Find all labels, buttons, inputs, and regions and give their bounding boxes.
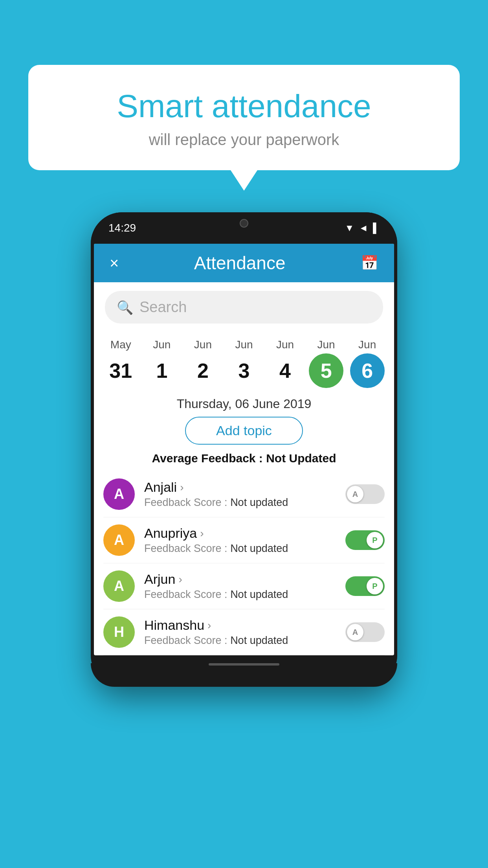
toggle-knob: P: [367, 578, 383, 594]
toggle-switch[interactable]: A: [345, 484, 385, 504]
chevron-right-icon: ›: [180, 481, 183, 494]
notch-camera: [240, 219, 248, 228]
attendance-toggle[interactable]: P: [345, 576, 385, 596]
attendance-toggle[interactable]: A: [345, 622, 385, 642]
feedback-value: Not updated: [230, 497, 288, 508]
selected-date: Thursday, 06 June 2019: [94, 397, 394, 411]
add-topic-button[interactable]: Add topic: [185, 417, 303, 445]
student-info: Himanshu ›Feedback Score : Not updated: [144, 618, 336, 647]
calendar-day[interactable]: Jun6: [350, 338, 385, 388]
phone-container: 14:29 ▼ ◄ ▌ × Attendance 📅 🔍 Search May3…: [91, 212, 397, 687]
toggle-switch[interactable]: P: [345, 530, 385, 550]
student-info: Anupriya ›Feedback Score : Not updated: [144, 526, 336, 555]
battery-icon: ▌: [373, 223, 380, 234]
phone-bottom: [91, 663, 397, 687]
attendance-toggle[interactable]: A: [345, 484, 385, 504]
student-name: Anupriya ›: [144, 526, 336, 541]
toggle-switch[interactable]: A: [345, 622, 385, 642]
avatar: A: [103, 478, 135, 510]
avg-feedback-value: Not Updated: [266, 452, 336, 465]
speech-bubble: Smart attendance will replace your paper…: [28, 65, 460, 170]
signal-icon: ◄: [359, 223, 368, 234]
student-item[interactable]: AArjun ›Feedback Score : Not updatedP: [103, 563, 385, 609]
phone-notch: [216, 212, 272, 234]
cal-date-number: 2: [185, 353, 220, 388]
cal-date-number: 6: [350, 353, 385, 388]
chevron-right-icon: ›: [200, 527, 204, 540]
student-feedback: Feedback Score : Not updated: [144, 497, 336, 509]
calendar-day[interactable]: Jun2: [185, 338, 220, 388]
close-button[interactable]: ×: [110, 254, 119, 272]
cal-date-number: 3: [227, 353, 261, 388]
student-feedback: Feedback Score : Not updated: [144, 542, 336, 555]
student-name: Arjun ›: [144, 572, 336, 587]
student-feedback: Feedback Score : Not updated: [144, 588, 336, 601]
chevron-right-icon: ›: [178, 573, 182, 586]
cal-date-number: 31: [103, 353, 138, 388]
cal-month-label: May: [110, 338, 131, 351]
student-list: AAnjali ›Feedback Score : Not updatedAAA…: [94, 471, 394, 655]
cal-month-label: Jun: [153, 338, 171, 351]
feedback-value: Not updated: [230, 588, 288, 600]
home-indicator: [209, 663, 279, 666]
avg-feedback-label: Average Feedback :: [152, 452, 262, 465]
feedback-value: Not updated: [230, 542, 288, 554]
cal-month-label: Jun: [235, 338, 253, 351]
cal-date-number: 4: [268, 353, 303, 388]
student-item[interactable]: AAnupriya ›Feedback Score : Not updatedP: [103, 517, 385, 563]
student-info: Arjun ›Feedback Score : Not updated: [144, 572, 336, 601]
student-name: Anjali ›: [144, 480, 336, 495]
avatar: H: [103, 616, 135, 648]
wifi-icon: ▼: [345, 223, 354, 234]
avg-feedback: Average Feedback : Not Updated: [94, 452, 394, 465]
toggle-knob: P: [367, 532, 383, 548]
bubble-title: Smart attendance: [52, 88, 436, 124]
search-input[interactable]: Search: [139, 299, 187, 316]
toggle-knob: A: [347, 624, 363, 640]
status-icons: ▼ ◄ ▌: [345, 223, 380, 234]
cal-date-number: 1: [145, 353, 179, 388]
app-title: Attendance: [194, 252, 286, 274]
cal-month-label: Jun: [194, 338, 212, 351]
student-item[interactable]: AAnjali ›Feedback Score : Not updatedA: [103, 471, 385, 517]
toggle-knob: A: [347, 486, 363, 502]
calendar-button[interactable]: 📅: [361, 255, 378, 271]
calendar-day[interactable]: Jun5: [309, 338, 343, 388]
avatar: A: [103, 524, 135, 556]
phone-shell: 14:29 ▼ ◄ ▌ × Attendance 📅 🔍 Search May3…: [91, 212, 397, 687]
calendar-day[interactable]: Jun3: [227, 338, 261, 388]
cal-month-label: Jun: [276, 338, 294, 351]
bubble-subtitle: will replace your paperwork: [52, 131, 436, 149]
cal-month-label: Jun: [358, 338, 376, 351]
cal-date-number: 5: [309, 353, 343, 388]
app-header: × Attendance 📅: [94, 244, 394, 282]
student-item[interactable]: HHimanshu ›Feedback Score : Not updatedA: [103, 609, 385, 655]
search-bar[interactable]: 🔍 Search: [105, 291, 383, 324]
calendar-day[interactable]: Jun1: [145, 338, 179, 388]
search-icon: 🔍: [117, 300, 133, 315]
phone-screen: × Attendance 📅 🔍 Search May31Jun1Jun2Jun…: [94, 244, 394, 655]
student-info: Anjali ›Feedback Score : Not updated: [144, 480, 336, 509]
status-time: 14:29: [108, 222, 136, 234]
feedback-value: Not updated: [230, 634, 288, 646]
calendar-day[interactable]: May31: [103, 338, 138, 388]
toggle-switch[interactable]: P: [345, 576, 385, 596]
attendance-toggle[interactable]: P: [345, 530, 385, 550]
calendar-day[interactable]: Jun4: [268, 338, 303, 388]
student-feedback: Feedback Score : Not updated: [144, 634, 336, 647]
cal-month-label: Jun: [317, 338, 335, 351]
calendar-row: May31Jun1Jun2Jun3Jun4Jun5Jun6: [94, 332, 394, 388]
avatar: A: [103, 570, 135, 602]
student-name: Himanshu ›: [144, 618, 336, 633]
chevron-right-icon: ›: [207, 619, 211, 632]
